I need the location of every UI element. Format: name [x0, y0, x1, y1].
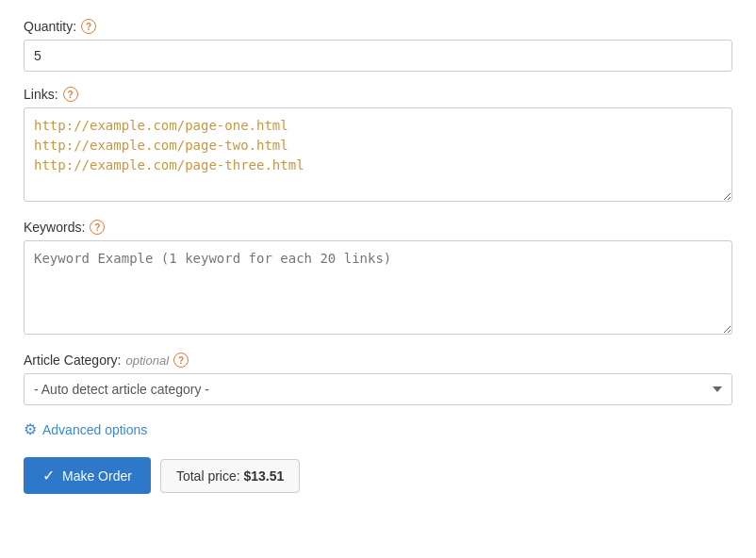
gear-icon: ⚙ — [24, 420, 37, 438]
quantity-field-group: Quantity: ? — [24, 19, 732, 72]
quantity-label-text: Quantity: — [24, 19, 76, 34]
advanced-options-link[interactable]: ⚙ Advanced options — [24, 420, 732, 438]
links-textarea[interactable]: http://example.com/page-one.html http://… — [24, 107, 732, 202]
make-order-button[interactable]: ✓ Make Order — [24, 457, 151, 494]
total-price-amount: $13.51 — [244, 468, 285, 484]
links-field-group: Links: ? http://example.com/page-one.htm… — [24, 87, 732, 205]
keywords-help-icon[interactable]: ? — [90, 220, 105, 235]
total-price-prefix: Total price: — [176, 468, 240, 484]
action-row: ✓ Make Order Total price: $13.51 — [24, 457, 732, 494]
links-label-text: Links: — [24, 87, 58, 102]
article-category-field-group: Article Category: optional ? - Auto dete… — [24, 353, 732, 405]
keywords-label-text: Keywords: — [24, 220, 85, 235]
quantity-label: Quantity: ? — [24, 19, 732, 34]
check-circle-icon: ✓ — [42, 467, 55, 484]
links-help-icon[interactable]: ? — [63, 87, 78, 102]
keywords-textarea[interactable] — [24, 240, 732, 335]
article-category-help-icon[interactable]: ? — [173, 353, 189, 368]
article-category-optional-text: optional — [125, 353, 169, 368]
links-label: Links: ? — [24, 87, 732, 102]
advanced-options-label: Advanced options — [42, 422, 147, 437]
article-category-label: Article Category: optional ? — [24, 353, 732, 368]
total-price-box: Total price: $13.51 — [160, 459, 300, 493]
quantity-input[interactable] — [24, 40, 732, 72]
article-category-label-text: Article Category: — [24, 353, 121, 368]
make-order-label: Make Order — [62, 468, 132, 484]
article-category-select[interactable]: - Auto detect article category - Technol… — [24, 373, 732, 405]
keywords-field-group: Keywords: ? — [24, 220, 732, 337]
keywords-label: Keywords: ? — [24, 220, 732, 235]
quantity-help-icon[interactable]: ? — [81, 19, 96, 34]
article-category-select-wrapper: - Auto detect article category - Technol… — [24, 373, 732, 405]
